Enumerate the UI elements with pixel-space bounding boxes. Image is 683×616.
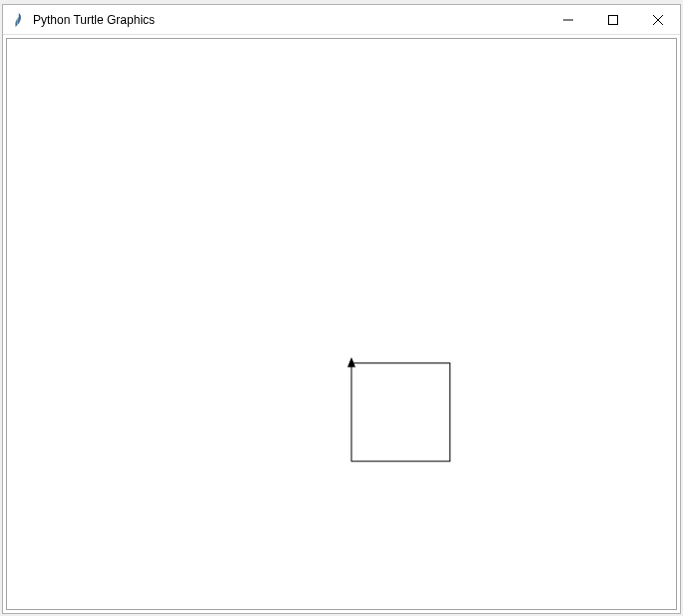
svg-rect-1	[608, 16, 617, 25]
window-title: Python Turtle Graphics	[33, 13, 545, 27]
window-controls	[545, 5, 680, 34]
maximize-button[interactable]	[590, 5, 635, 35]
app-icon	[11, 12, 27, 28]
svg-marker-5	[347, 357, 355, 367]
close-button[interactable]	[635, 5, 680, 35]
titlebar[interactable]: Python Turtle Graphics	[3, 5, 680, 35]
minimize-button[interactable]	[545, 5, 590, 35]
turtle-drawing	[351, 363, 450, 461]
turtle-canvas	[7, 39, 676, 609]
turtle-cursor-icon	[347, 357, 355, 367]
app-window: Python Turtle Graphics	[2, 4, 681, 614]
svg-rect-4	[351, 363, 450, 461]
canvas-area	[6, 38, 677, 610]
